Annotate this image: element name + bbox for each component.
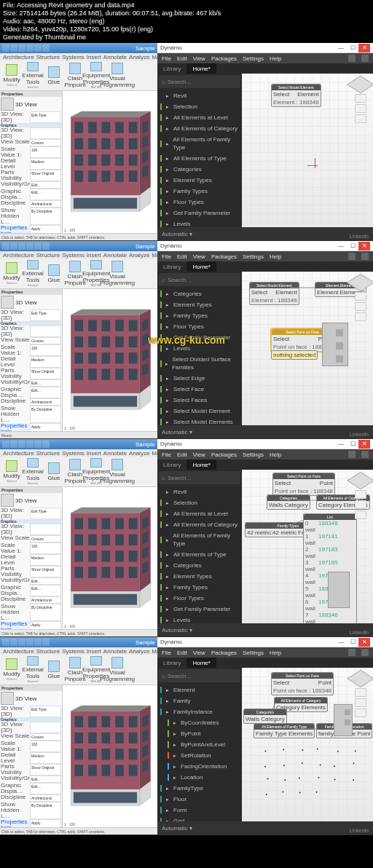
apply-button[interactable]: Apply (30, 423, 61, 431)
menu-item[interactable]: View (193, 253, 205, 260)
library-item[interactable]: ▸ Revit (157, 90, 242, 101)
dynamo-canvas[interactable]: Select Model ElementSelectElementElement… (242, 272, 373, 425)
ribbon-button[interactable]: Glue (44, 458, 64, 485)
ribbon-tab[interactable]: Insert (87, 648, 101, 655)
ribbon-tab[interactable]: Systems (62, 252, 85, 259)
ribbon-tab[interactable]: Systems (62, 54, 85, 60)
library-item[interactable]: ▸ Element Types (157, 571, 242, 582)
library-item[interactable]: ▸ Revit (157, 486, 242, 497)
menu-item[interactable]: Settings (243, 451, 264, 458)
ribbon-tab[interactable]: Systems (62, 450, 85, 457)
nav-button[interactable] (355, 312, 366, 321)
revit-3d-view[interactable]: 1 : 100 (63, 685, 157, 827)
apply-button[interactable]: Apply (30, 621, 61, 629)
property-row[interactable]: Graphic Displa…Edit… (0, 783, 62, 794)
menu-item[interactable]: Settings (243, 55, 264, 62)
menu-item[interactable]: File (162, 451, 171, 458)
view-cube[interactable] (347, 472, 373, 489)
home-tab[interactable]: Home* (186, 459, 216, 470)
library-item[interactable]: ▸ Selection (157, 101, 242, 112)
menu-icon[interactable] (361, 55, 369, 62)
ribbon-button[interactable]: ModifySelect ▾ (1, 62, 22, 89)
menu-icon[interactable] (348, 649, 356, 656)
library-item[interactable]: ▸ Select Face (157, 384, 242, 395)
nav-button[interactable] (355, 302, 366, 311)
ribbon-button[interactable]: Glue (44, 260, 64, 287)
menu-item[interactable]: View (193, 451, 205, 458)
library-item[interactable]: ▸ Grid (157, 816, 242, 821)
library-item[interactable]: ▸ Levels (157, 218, 242, 227)
apply-button[interactable]: Apply (30, 225, 61, 233)
quick-access[interactable] (2, 441, 50, 448)
ribbon-button[interactable]: Visual Programming (107, 62, 127, 89)
search-input[interactable]: Search… (159, 471, 240, 484)
nav-button[interactable] (355, 104, 366, 113)
props-help-link[interactable]: Properties help (1, 423, 30, 431)
ribbon-tab[interactable]: Architecture (3, 648, 34, 655)
menu-item[interactable]: File (162, 55, 171, 62)
menu-icon[interactable] (361, 649, 369, 656)
home-tab[interactable]: Home* (186, 658, 216, 668)
library-item[interactable]: ▸ Levels (157, 343, 242, 354)
ribbon-button[interactable]: Visual Programming (107, 656, 127, 683)
close-button[interactable]: ✕ (358, 638, 370, 647)
view-cube[interactable] (347, 274, 373, 291)
property-row[interactable]: Scale Value 1:100 (0, 146, 62, 158)
menu-icon[interactable] (348, 55, 356, 62)
props-help-link[interactable]: Properties help (1, 621, 30, 629)
property-row[interactable]: 3D View: {3D} (0, 326, 62, 337)
close-button[interactable]: ✕ (358, 440, 370, 449)
run-mode[interactable]: Automatic ▾ (162, 231, 192, 237)
nav-button[interactable] (355, 510, 366, 519)
library-item[interactable]: ▸ Floor (157, 794, 242, 805)
property-row[interactable]: Show Hidden L…By Discipline (0, 802, 62, 819)
apply-button[interactable]: Apply (30, 819, 61, 827)
property-row[interactable]: 3D View: {3D} (0, 127, 62, 139)
library-item[interactable]: ▸ Get Family Parameter (157, 332, 242, 343)
ribbon-tab[interactable]: Structure (36, 648, 60, 655)
library-item[interactable]: ▸ FacingOrientation (157, 761, 242, 772)
menu-item[interactable]: Help (270, 253, 281, 260)
revit-3d-view[interactable]: 1 : 100 (63, 487, 157, 629)
library-item[interactable]: ▸ Get Family Parameter (157, 208, 242, 218)
ribbon-button[interactable]: Glue (44, 62, 64, 89)
ribbon-tab[interactable]: Analyze (129, 648, 149, 655)
nav-button[interactable] (355, 490, 366, 499)
run-mode[interactable]: Automatic ▾ (162, 825, 192, 832)
library-item[interactable]: ▸ Element (157, 684, 242, 695)
minimize-button[interactable]: — (335, 44, 347, 52)
quick-access[interactable] (2, 44, 50, 52)
ribbon-button[interactable]: External ToolsExternal (23, 656, 43, 683)
dynamo-canvas[interactable]: Select Model ElementSelectElementElement… (242, 74, 373, 227)
menu-item[interactable]: View (193, 650, 205, 656)
ribbon-button[interactable]: ModifySelect ▾ (1, 458, 22, 485)
property-row[interactable]: Graphic Displa…Edit… (0, 189, 62, 200)
library-item[interactable]: ▸ Select Edge (157, 373, 242, 384)
close-button[interactable]: ✕ (358, 44, 370, 52)
home-tab[interactable]: Home* (186, 63, 216, 74)
library-item[interactable]: ▸ Element Types (157, 299, 242, 310)
ribbon-tab[interactable]: Structure (36, 54, 60, 60)
menu-item[interactable]: Help (270, 650, 281, 656)
property-row[interactable]: Detail LevelMedium (0, 554, 62, 566)
menu-icon[interactable] (361, 451, 369, 458)
library-item[interactable]: ▸ Select Divided Surface Families (157, 354, 242, 373)
search-input[interactable]: Search… (159, 273, 240, 286)
ribbon-tab[interactable]: Architecture (3, 252, 34, 259)
minimize-button[interactable]: — (335, 638, 347, 647)
home-tab[interactable]: Home* (186, 261, 216, 272)
library-item[interactable]: ▸ Floor Types (157, 593, 242, 604)
dynamo-node[interactable]: Select Model ElementSelectElementElement… (271, 84, 321, 107)
library-item[interactable]: ▸ Floor Types (157, 321, 242, 332)
library-item[interactable]: ▸ Family (157, 695, 242, 706)
property-row[interactable]: Scale Value 1:100 (0, 542, 62, 554)
nav-button[interactable] (355, 94, 366, 103)
nav-button[interactable] (355, 292, 366, 301)
library-item[interactable]: ▸ Categories (157, 560, 242, 571)
property-row[interactable]: 3D View: {3D} (0, 524, 62, 535)
menu-item[interactable]: Packages (211, 451, 237, 458)
maximize-button[interactable]: ☐ (347, 440, 358, 449)
library-item[interactable]: ▸ Element Types (157, 175, 242, 186)
view-cube[interactable] (347, 670, 373, 687)
library-item[interactable]: ▸ Select Faces (157, 395, 242, 406)
